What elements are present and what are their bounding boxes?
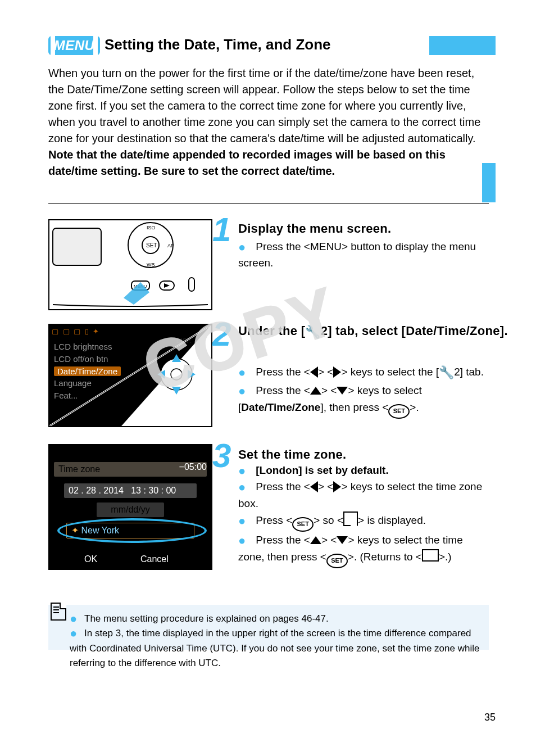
step1-heading: Display the menu screen.	[238, 221, 392, 236]
fig3-title: Date/Time/Zone	[54, 449, 118, 459]
page-number: 35	[484, 712, 496, 723]
note-icon	[51, 603, 66, 621]
fig3-datetime: 02 . 28 . 2014 13 : 30 : 00	[64, 483, 197, 498]
set-icon: SET	[292, 517, 314, 532]
step3-heading: Set the time zone.	[238, 447, 346, 462]
rect-icon	[422, 549, 439, 562]
step3-body: ● [London] is set by default. ● Press th…	[238, 462, 489, 568]
wrench-icon: 🔧	[439, 363, 454, 382]
notes-text: ●The menu setting procedure is explained…	[70, 612, 485, 671]
intro-paragraph: When you turn on the power for the first…	[48, 65, 487, 179]
figure-menu-select: ▢ ▢ ▢ ▯ ✦ LCD brightness LCD off/on btn …	[48, 324, 212, 427]
up-arrow-icon	[310, 536, 321, 544]
svg-text:AF: AF	[167, 243, 174, 248]
down-arrow-icon	[337, 536, 348, 544]
left-arrow-icon	[310, 366, 318, 378]
svg-text:WB: WB	[147, 262, 155, 268]
set-icon: SET	[326, 554, 348, 568]
set-icon: SET	[388, 404, 410, 419]
svg-text:ISO: ISO	[147, 225, 156, 230]
fig3-ok-button[interactable]: OK	[84, 554, 97, 564]
fig3-timezone-value: −05:00	[179, 462, 207, 472]
menu-badge-text: MENU	[54, 38, 95, 53]
step-number-1: 1	[212, 210, 231, 249]
svg-point-16	[171, 369, 182, 380]
right-arrow-icon	[333, 481, 341, 492]
left-arrow-icon	[310, 481, 318, 492]
wrench-icon: 🔧	[305, 325, 320, 339]
section-divider	[48, 203, 489, 204]
step2-heading: Under the [🔧2] tab, select [Date/Time/Zo…	[238, 324, 508, 339]
page-title: Setting the Date, Time, and Zone	[105, 36, 331, 53]
callout-ellipse	[57, 518, 207, 543]
svg-marker-18	[172, 387, 181, 395]
menu-badge: MENU	[48, 36, 100, 55]
svg-rect-11	[189, 278, 194, 291]
camera-back-lineart: SET ISO WB AF MENU	[49, 220, 211, 309]
step-number-2: 2	[212, 315, 231, 354]
right-arrow-icon	[333, 366, 341, 378]
figure-date-time-zone: Date/Time/Zone Time zone −05:00 02 . 28 …	[48, 444, 212, 570]
svg-rect-0	[53, 228, 101, 265]
figure-camera-back: SET ISO WB AF MENU	[48, 219, 212, 310]
edit-frame-icon	[343, 511, 358, 526]
fig3-cancel-button[interactable]: Cancel	[140, 554, 169, 564]
fig3-date-format: mm/dd/yy	[97, 503, 164, 517]
step2-body: ● Press the <> <> keys to select the [🔧2…	[238, 363, 489, 419]
up-arrow-icon	[310, 387, 321, 395]
step1-body: ● Press the <MENU> button to display the…	[238, 238, 489, 271]
svg-text:SET: SET	[146, 242, 157, 248]
svg-marker-17	[172, 354, 181, 362]
down-arrow-icon	[337, 387, 348, 395]
header-accent-bar	[429, 36, 496, 55]
step-number-3: 3	[212, 436, 231, 475]
